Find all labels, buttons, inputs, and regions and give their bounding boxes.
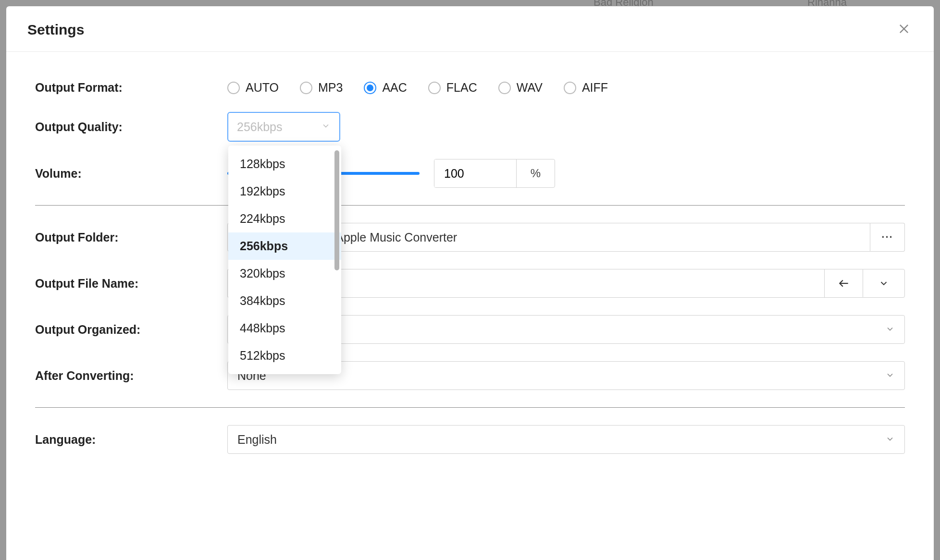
label-output-organized: Output Organized: xyxy=(35,323,227,337)
radio-wav[interactable]: WAV xyxy=(498,81,543,95)
label-output-filename: Output File Name: xyxy=(35,277,227,291)
chevron-down-icon xyxy=(321,121,331,133)
row-output-filename: Output File Name: xyxy=(35,269,905,298)
label-output-quality: Output Quality: xyxy=(35,120,227,134)
label-language: Language: xyxy=(35,433,227,447)
radio-auto[interactable]: AUTO xyxy=(227,81,279,95)
browse-folder-button[interactable]: ··· xyxy=(870,223,905,252)
radio-circle-icon xyxy=(364,82,376,94)
dropdown-scrollbar[interactable] xyxy=(334,150,339,369)
quality-option-320kbps[interactable]: 320kbps xyxy=(228,260,341,287)
label-volume: Volume: xyxy=(35,167,227,181)
label-output-format: Output Format: xyxy=(35,81,227,95)
radio-label: AUTO xyxy=(246,81,279,95)
quality-selected-text: 256kbps xyxy=(237,120,283,134)
divider-2 xyxy=(35,407,905,408)
radio-label: AIFF xyxy=(582,81,608,95)
settings-modal: Settings Output Format: AUTO MP3 AAC FLA… xyxy=(6,6,934,560)
radio-aiff[interactable]: AIFF xyxy=(564,81,608,95)
radio-circle-icon xyxy=(428,82,441,94)
quality-option-448kbps[interactable]: 448kbps xyxy=(228,315,341,342)
row-after-converting: After Converting: None xyxy=(35,361,905,390)
volume-value-input[interactable] xyxy=(434,159,516,187)
radio-dot-icon xyxy=(367,85,373,91)
quality-dropdown: 128kbps192kbps224kbps256kbps320kbps384kb… xyxy=(228,146,341,374)
chevron-down-icon xyxy=(885,369,895,383)
chevron-down-icon xyxy=(885,323,895,337)
row-output-format: Output Format: AUTO MP3 AAC FLAC WAV AIF… xyxy=(35,81,905,95)
radio-label: MP3 xyxy=(318,81,343,95)
radio-label: WAV xyxy=(517,81,543,95)
radio-label: FLAC xyxy=(446,81,477,95)
row-language: Language: English xyxy=(35,425,905,454)
close-icon xyxy=(897,22,911,36)
close-button[interactable] xyxy=(895,20,913,40)
radio-aac[interactable]: AAC xyxy=(364,81,407,95)
quality-option-128kbps[interactable]: 128kbps xyxy=(228,150,341,178)
language-value: English xyxy=(237,433,277,447)
row-output-quality: Output Quality: 256kbps 128kbps192kbps22… xyxy=(35,112,905,142)
radio-circle-icon xyxy=(564,82,576,94)
row-output-organized: Output Organized: xyxy=(35,315,905,344)
row-output-folder: Output Folder: ··· xyxy=(35,223,905,252)
quality-option-224kbps[interactable]: 224kbps xyxy=(228,205,341,232)
quality-option-512kbps[interactable]: 512kbps xyxy=(228,342,341,369)
quality-option-192kbps[interactable]: 192kbps xyxy=(228,178,341,205)
filename-back-button[interactable] xyxy=(824,269,863,298)
radio-mp3[interactable]: MP3 xyxy=(300,81,343,95)
radio-circle-icon xyxy=(300,82,312,94)
quality-option-256kbps[interactable]: 256kbps xyxy=(228,232,341,260)
radio-circle-icon xyxy=(227,82,240,94)
row-volume: Volume: % xyxy=(35,159,905,188)
volume-input-group: % xyxy=(434,159,555,188)
radio-label: AAC xyxy=(382,81,407,95)
chevron-down-icon xyxy=(878,278,889,289)
chevron-down-icon xyxy=(885,433,895,447)
radio-circle-icon xyxy=(498,82,511,94)
settings-title: Settings xyxy=(27,22,84,38)
output-format-radio-group: AUTO MP3 AAC FLAC WAV AIFF xyxy=(227,81,608,95)
label-output-folder: Output Folder: xyxy=(35,231,227,244)
modal-header: Settings xyxy=(6,6,934,52)
quality-option-384kbps[interactable]: 384kbps xyxy=(228,287,341,315)
output-quality-select[interactable]: 256kbps 128kbps192kbps224kbps256kbps320k… xyxy=(227,112,340,142)
filename-dropdown-button[interactable] xyxy=(863,269,905,298)
label-after-converting: After Converting: xyxy=(35,369,227,383)
divider-1 xyxy=(35,205,905,206)
language-select[interactable]: English xyxy=(227,425,905,454)
radio-flac[interactable]: FLAC xyxy=(428,81,477,95)
arrow-left-icon xyxy=(838,277,850,290)
volume-unit-label: % xyxy=(516,159,555,187)
scrollbar-thumb[interactable] xyxy=(334,150,339,270)
